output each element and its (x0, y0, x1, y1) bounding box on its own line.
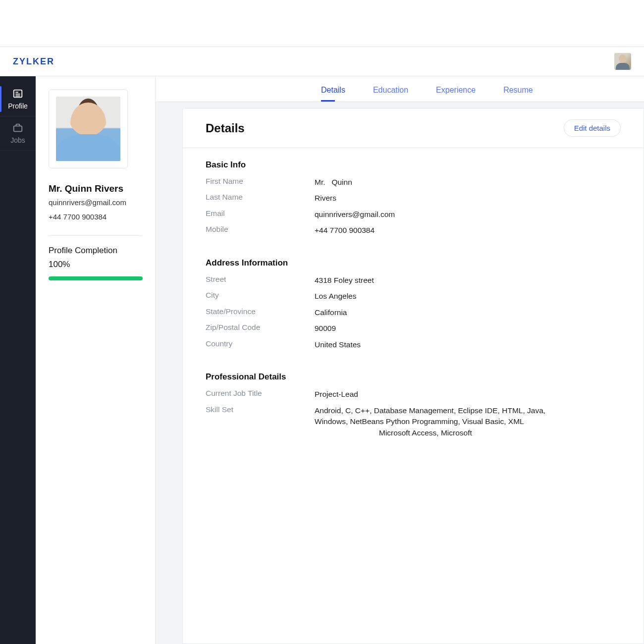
profile-card-icon (12, 88, 23, 99)
field-label: Last Name (206, 193, 315, 202)
row-country: Country United States (206, 339, 621, 350)
row-first-name: First Name Mr. Quinn (206, 177, 621, 188)
tab-details[interactable]: Details (321, 86, 345, 102)
field-value: 4318 Foley street (315, 275, 621, 286)
field-label: State/Province (206, 307, 315, 316)
field-label: City (206, 291, 315, 300)
section-professional: Professional Details Current Job Title P… (183, 360, 644, 448)
field-label: Current Job Title (206, 389, 315, 398)
field-value: +44 7700 900384 (315, 225, 621, 236)
field-label: Email (206, 209, 315, 218)
card-title: Details (206, 121, 245, 135)
field-value: United States (315, 339, 621, 350)
row-job-title: Current Job Title Project-Lead (206, 389, 621, 400)
app-header: ZYLKER (0, 47, 644, 76)
field-value: Los Angeles (315, 291, 621, 302)
field-value: Android, C, C++, Database Management, Ec… (315, 405, 621, 438)
field-label: Mobile (206, 225, 315, 234)
row-last-name: Last Name Rivers (206, 193, 621, 204)
tab-experience[interactable]: Experience (436, 86, 476, 102)
field-value: Project-Lead (315, 389, 621, 400)
section-title: Basic Info (206, 160, 621, 170)
section-title: Address Information (206, 258, 621, 268)
row-zip: Zip/Postal Code 90009 (206, 323, 621, 334)
row-city: City Los Angeles (206, 291, 621, 302)
field-value: Mr. Quinn (315, 177, 621, 188)
section-title: Professional Details (206, 372, 621, 382)
main-area: Details Education Experience Resume Deta… (156, 76, 644, 644)
field-label: Skill Set (206, 405, 315, 414)
brand-logo: ZYLKER (13, 56, 54, 67)
nav-label: Profile (8, 102, 28, 110)
edit-details-button[interactable]: Edit details (564, 119, 621, 137)
field-label: Street (206, 275, 315, 284)
tabs: Details Education Experience Resume (156, 76, 644, 102)
profile-summary: Mr. Quinn Rivers quinnrivers@gmail.com +… (36, 76, 156, 644)
field-label: Zip/Postal Code (206, 323, 315, 332)
skill-line: Android, C, C++, Database Management, Ec… (315, 405, 621, 416)
profile-photo (56, 97, 120, 161)
nav-label: Jobs (10, 136, 25, 144)
skill-line: Microsoft Access, Microsoft (315, 428, 621, 438)
divider (49, 235, 142, 236)
profile-email: quinnrivers@gmail.com (49, 197, 142, 209)
card-header: Details Edit details (183, 108, 644, 148)
nav-item-profile[interactable]: Profile (0, 82, 36, 116)
profile-completion-label: Profile Completion (49, 246, 142, 256)
section-address: Address Information Street 4318 Foley st… (183, 246, 644, 360)
tab-education[interactable]: Education (373, 86, 408, 102)
nav-item-jobs[interactable]: Jobs (0, 116, 36, 151)
row-street: Street 4318 Foley street (206, 275, 621, 286)
avatar[interactable] (614, 53, 631, 70)
field-value: 90009 (315, 323, 621, 334)
top-spacer (0, 0, 644, 47)
profile-phone: +44 7700 900384 (49, 212, 142, 223)
briefcase-icon (12, 122, 23, 133)
nav-rail: Profile Jobs (0, 76, 36, 644)
field-label: First Name (206, 177, 315, 186)
body: Profile Jobs Mr. Quinn Rivers quinnriver… (0, 76, 644, 644)
svg-rect-4 (14, 126, 22, 131)
row-email: Email quinnrivers@gmail.com (206, 209, 621, 220)
tab-resume[interactable]: Resume (503, 86, 533, 102)
details-card: Details Edit details Basic Info First Na… (182, 108, 644, 644)
profile-completion-bar (49, 276, 143, 280)
skill-line: Windows, NetBeans Python Programming, Vi… (315, 416, 621, 427)
section-basic-info: Basic Info First Name Mr. Quinn Last Nam… (183, 148, 644, 246)
row-skill-set: Skill Set Android, C, C++, Database Mana… (206, 405, 621, 438)
profile-photo-card (49, 89, 128, 168)
field-label: Country (206, 339, 315, 348)
row-state: State/Province California (206, 307, 621, 318)
field-value: Rivers (315, 193, 621, 204)
profile-completion-value: 100% (49, 260, 142, 269)
field-value: quinnrivers@gmail.com (315, 209, 621, 220)
row-mobile: Mobile +44 7700 900384 (206, 225, 621, 236)
field-value: California (315, 307, 621, 318)
profile-full-name: Mr. Quinn Rivers (49, 183, 142, 194)
